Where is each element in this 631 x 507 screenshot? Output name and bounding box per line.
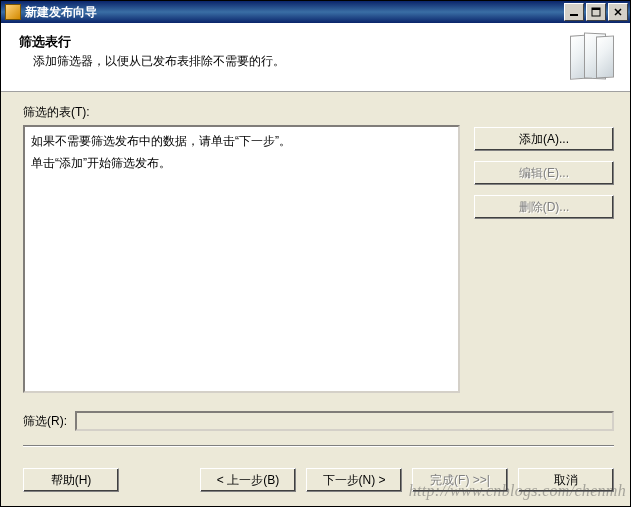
close-icon: [613, 7, 623, 17]
cancel-button[interactable]: 取消: [518, 468, 614, 492]
separator: [23, 445, 614, 447]
delete-button: 删除(D)...: [474, 195, 614, 219]
add-button-label: 添加(A)...: [519, 131, 569, 148]
edit-button: 编辑(E)...: [474, 161, 614, 185]
page-title: 筛选表行: [19, 33, 558, 51]
filter-label: 筛选(R):: [23, 413, 67, 430]
header-text-block: 筛选表行 添加筛选器，以便从已发布表排除不需要的行。: [19, 33, 558, 70]
app-icon: [5, 4, 21, 20]
svg-rect-2: [592, 8, 600, 10]
wizard-header: 筛选表行 添加筛选器，以便从已发布表排除不需要的行。: [1, 23, 630, 92]
filtered-tables-listbox[interactable]: 如果不需要筛选发布中的数据，请单击“下一步”。 单击“添加”开始筛选发布。: [23, 125, 460, 393]
wizard-body: 筛选的表(T): 如果不需要筛选发布中的数据，请单击“下一步”。 单击“添加”开…: [1, 92, 630, 468]
help-button[interactable]: 帮助(H): [23, 468, 119, 492]
finish-button: 完成(F) >>|: [412, 468, 508, 492]
next-button-label: 下一步(N) >: [323, 472, 386, 489]
svg-rect-0: [570, 14, 578, 16]
filtered-tables-label: 筛选的表(T):: [23, 104, 614, 121]
wizard-footer: 帮助(H) < 上一步(B) 下一步(N) > 完成(F) >>| 取消: [1, 468, 630, 506]
maximize-button[interactable]: [586, 3, 606, 21]
header-graphic: [566, 33, 616, 81]
cancel-button-label: 取消: [554, 472, 578, 489]
maximize-icon: [591, 7, 601, 17]
side-buttons: 添加(A)... 编辑(E)... 删除(D)...: [474, 125, 614, 219]
mid-row: 如果不需要筛选发布中的数据，请单击“下一步”。 单击“添加”开始筛选发布。 添加…: [23, 125, 614, 393]
add-button[interactable]: 添加(A)...: [474, 127, 614, 151]
minimize-icon: [569, 7, 579, 17]
back-button-label: < 上一步(B): [217, 472, 279, 489]
minimize-button[interactable]: [564, 3, 584, 21]
filter-row: 筛选(R):: [23, 411, 614, 431]
back-button[interactable]: < 上一步(B): [200, 468, 296, 492]
help-button-label: 帮助(H): [51, 472, 92, 489]
title-bar: 新建发布向导: [1, 1, 630, 23]
window-title: 新建发布向导: [25, 4, 562, 21]
close-button[interactable]: [608, 3, 628, 21]
listbox-hint-line1: 如果不需要筛选发布中的数据，请单击“下一步”。: [31, 131, 452, 153]
edit-button-label: 编辑(E)...: [519, 165, 569, 182]
listbox-hint-line2: 单击“添加”开始筛选发布。: [31, 153, 452, 175]
page-subtitle: 添加筛选器，以便从已发布表排除不需要的行。: [19, 53, 558, 70]
wizard-window: 新建发布向导 筛选表行 添加筛选器，以便从已发布表排除不需要的行。 筛选的表(T…: [0, 0, 631, 507]
next-button[interactable]: 下一步(N) >: [306, 468, 402, 492]
filter-input: [75, 411, 614, 431]
window-controls: [562, 3, 628, 21]
delete-button-label: 删除(D)...: [519, 199, 570, 216]
finish-button-label: 完成(F) >>|: [430, 472, 490, 489]
